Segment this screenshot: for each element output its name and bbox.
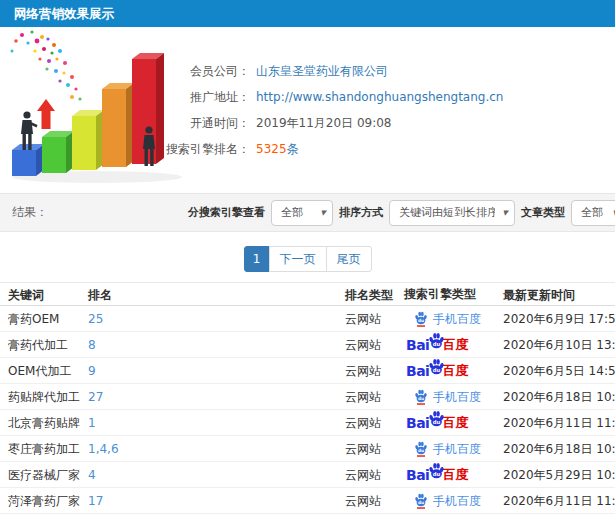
updated-time-cell: 2020年6月18日 10:19 <box>503 436 615 462</box>
keyword-cell: 医疗器械厂家 <box>8 462 80 488</box>
rank-link[interactable]: 8 <box>88 338 96 352</box>
info-row-ranking-count: 搜索引擎排名： 5325条 <box>0 141 615 158</box>
engine-type-cell: du手机百度 <box>404 384 481 409</box>
table-header-row: 关键词 排名 排名类型 搜索引擎类型 最新更新时间 <box>0 282 615 306</box>
engine-select[interactable]: 全部▼ <box>271 200 333 226</box>
rank-type-cell: 云网站 <box>345 332 381 358</box>
svg-text:du: du <box>418 395 424 400</box>
next-page-button[interactable]: 下一页 <box>269 246 327 272</box>
svg-text:du: du <box>418 447 424 452</box>
baidu-logo: Baidu百度 <box>406 462 468 488</box>
rank-link[interactable]: 9 <box>88 364 96 378</box>
chevron-down-icon: ▼ <box>503 209 508 217</box>
article-type-label: 文章类型 <box>521 205 565 220</box>
rank-type-cell: 云网站 <box>345 410 381 436</box>
ranking-count-label: 搜索引擎排名： <box>166 141 250 158</box>
engine-type-cell: du手机百度 <box>404 488 481 513</box>
page-header: 网络营销效果展示 <box>0 0 615 27</box>
last-page-button[interactable]: 尾页 <box>326 246 372 272</box>
info-section: 会员公司： 山东皇圣堂药业有限公司 推广地址： http://www.shand… <box>0 27 615 193</box>
keyword-cell: 膏药代加工 <box>8 332 68 358</box>
table-row: 枣庄膏药加工1,4,6云网站du手机百度2020年6月18日 10:19 <box>0 436 615 462</box>
rank-link[interactable]: 17 <box>88 494 103 508</box>
updated-time-cell: 2020年5月29日 10:32 <box>503 462 615 488</box>
rank-type-cell: 云网站 <box>345 488 381 514</box>
page-1-button[interactable]: 1 <box>244 246 270 272</box>
baidu-paw-icon: du <box>428 358 445 375</box>
company-link[interactable]: 山东皇圣堂药业有限公司 <box>256 64 388 78</box>
svg-text:du: du <box>433 419 441 425</box>
baidu-logo: Baidu百度 <box>406 358 468 384</box>
chevron-down-icon: ▼ <box>321 209 326 217</box>
rank-type-cell: 云网站 <box>345 358 381 384</box>
rank-type-cell: 云网站 <box>345 436 381 462</box>
company-label: 会员公司： <box>190 63 250 80</box>
keyword-cell: 枣庄膏药加工 <box>8 436 80 462</box>
keyword-cell: 菏泽膏药厂家 <box>8 488 80 514</box>
engine-type-cell: Baidu百度 <box>404 358 468 383</box>
rank-type-cell: 云网站 <box>345 306 381 332</box>
baidu-paw-icon: du <box>414 493 428 509</box>
keyword-cell: 北京膏药贴牌 <box>8 410 80 436</box>
mobile-baidu-logo: du手机百度 <box>414 306 481 332</box>
rank-link[interactable]: 1 <box>88 416 96 430</box>
rank-type-cell: 云网站 <box>345 384 381 410</box>
mobile-baidu-logo: du手机百度 <box>414 384 481 410</box>
growth-chart-illustration <box>2 29 187 189</box>
header-rank-type: 排名类型 <box>345 283 393 307</box>
table-row: 膏药OEM25云网站du手机百度2020年6月9日 17:50 <box>0 306 615 332</box>
open-time-value: 2019年11月20日 09:08 <box>256 115 391 132</box>
rank-link[interactable]: 4 <box>88 468 96 482</box>
rank-type-cell: 云网站 <box>345 462 381 488</box>
table-row: 膏药代加工8云网站Baidu百度2020年6月10日 13:40 <box>0 332 615 358</box>
info-row-url: 推广地址： http://www.shandonghuangshengtang.… <box>0 89 615 106</box>
baidu-paw-icon: du <box>428 332 445 349</box>
table-row: OEM代加工9云网站Baidu百度2020年6月5日 14:57 <box>0 358 615 384</box>
baidu-paw-icon: du <box>428 410 445 427</box>
results-table-body: 膏药OEM25云网站du手机百度2020年6月9日 17:50膏药代加工8云网站… <box>0 306 615 514</box>
info-row-open-time: 开通时间： 2019年11月20日 09:08 <box>0 115 615 132</box>
updated-time-cell: 2020年6月18日 10:25 <box>503 384 615 410</box>
header-rank: 排名 <box>88 283 112 307</box>
engine-type-cell: du手机百度 <box>404 436 481 461</box>
baidu-paw-icon: du <box>414 389 428 405</box>
baidu-paw-icon: du <box>414 441 428 457</box>
updated-time-cell: 2020年6月9日 17:50 <box>503 306 615 332</box>
open-time-label: 开通时间： <box>190 115 250 132</box>
keyword-cell: 膏药OEM <box>8 306 59 332</box>
updated-time-cell: 2020年6月10日 13:40 <box>503 332 615 358</box>
engine-type-cell: du手机百度 <box>404 306 481 331</box>
mobile-baidu-logo: du手机百度 <box>414 488 481 514</box>
table-row: 菏泽膏药厂家17云网站du手机百度2020年6月11日 11:40 <box>0 488 615 514</box>
baidu-logo: Baidu百度 <box>406 410 468 436</box>
rank-link[interactable]: 27 <box>88 390 103 404</box>
header-engine-type: 搜索引擎类型 <box>404 283 476 305</box>
promo-url-link[interactable]: http://www.shandonghuangshengtang.cn <box>256 90 503 104</box>
updated-time-cell: 2020年6月11日 11:40 <box>503 488 615 514</box>
page-title: 网络营销效果展示 <box>14 0 114 27</box>
header-keyword: 关键词 <box>8 283 44 307</box>
sort-select[interactable]: 关键词由短到长排序▼ <box>389 200 515 226</box>
keyword-cell: OEM代加工 <box>8 358 71 384</box>
svg-text:du: du <box>418 317 424 322</box>
table-row: 北京膏药贴牌1云网站Baidu百度2020年6月11日 11:18 <box>0 410 615 436</box>
engine-filter-label: 分搜索引擎查看 <box>188 205 265 220</box>
updated-time-cell: 2020年6月11日 11:18 <box>503 410 615 436</box>
engine-type-cell: Baidu百度 <box>404 410 468 435</box>
rank-link[interactable]: 25 <box>88 312 103 326</box>
baidu-paw-icon: du <box>428 462 445 479</box>
engine-type-cell: Baidu百度 <box>404 332 468 357</box>
filter-bar: 结果： 分搜索引擎查看 全部▼ 排序方式 关键词由短到长排序▼ 文章类型 全部▼… <box>0 193 615 232</box>
baidu-logo: Baidu百度 <box>406 332 468 358</box>
table-row: 药贴牌代加工27云网站du手机百度2020年6月18日 10:25 <box>0 384 615 410</box>
article-type-select[interactable]: 全部▼ <box>571 200 615 226</box>
svg-text:du: du <box>433 341 441 347</box>
header-updated: 最新更新时间 <box>503 283 575 307</box>
mobile-baidu-logo: du手机百度 <box>414 436 481 462</box>
sort-label: 排序方式 <box>339 205 383 220</box>
rank-link[interactable]: 1,4,6 <box>88 442 119 456</box>
results-label: 结果： <box>12 194 48 231</box>
ranking-count-unit: 条 <box>287 142 299 156</box>
keyword-cell: 药贴牌代加工 <box>8 384 80 410</box>
table-row: 医疗器械厂家4云网站Baidu百度2020年5月29日 10:32 <box>0 462 615 488</box>
